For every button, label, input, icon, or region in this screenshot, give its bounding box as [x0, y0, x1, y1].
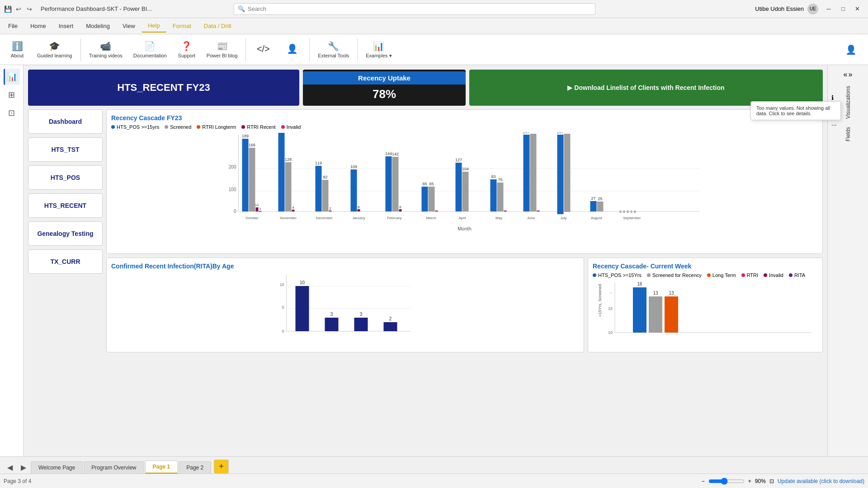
data-view-icon[interactable]: ⊞: [4, 87, 20, 103]
svg-text:202: 202: [530, 132, 537, 133]
legend-week-long: Long Term: [707, 272, 736, 278]
more-icon[interactable]: ···: [831, 121, 837, 128]
graduation-icon: 🎓: [49, 41, 60, 52]
legend-week-rtri: RTRI: [741, 272, 758, 278]
menu-insert[interactable]: Insert: [52, 20, 80, 32]
svg-text:4: 4: [292, 206, 294, 210]
expand-right-icon[interactable]: »: [849, 70, 853, 79]
svg-text:0: 0: [619, 210, 622, 214]
tab-page-2[interactable]: Page 2: [179, 461, 211, 474]
ribbon-code[interactable]: </>: [250, 42, 277, 57]
ribbon-examples[interactable]: 📊 Examples ▾: [361, 39, 396, 61]
ribbon-user[interactable]: 👤: [278, 42, 306, 57]
recency-current-week-panel: Recency Cascade- Current Week HTS_POS >=…: [588, 258, 823, 352]
menu-file[interactable]: File: [2, 20, 24, 32]
svg-rect-44: [429, 187, 435, 211]
ribbon-sep-2: [245, 38, 246, 61]
svg-text:September: September: [623, 216, 641, 220]
menu-help[interactable]: Help: [142, 19, 166, 33]
ribbon-training[interactable]: 📹 Training videos: [85, 39, 127, 60]
ribbon-user-account[interactable]: 👤: [837, 42, 864, 57]
content-area: HTS_RECENT FY23 Recency Uptake 78% ▶ Dow…: [24, 65, 827, 456]
hts-recent-title: HTS_RECENT FY23: [117, 82, 210, 94]
tab-page-1[interactable]: Page 1: [145, 460, 178, 474]
svg-text:October: October: [245, 216, 259, 220]
download-button[interactable]: ▶ Download Linelist of Clients with Rece…: [469, 70, 823, 106]
svg-text:142: 142: [392, 152, 399, 156]
report-view-icon[interactable]: 📊: [4, 69, 20, 85]
menu-data-drill[interactable]: Data / Drill: [198, 20, 238, 32]
svg-text:189: 189: [242, 134, 249, 138]
page-next-button[interactable]: ▶: [17, 461, 30, 474]
svg-rect-94: [384, 322, 397, 331]
update-notice[interactable]: Update available (click to download): [778, 478, 864, 484]
redo-icon[interactable]: ↪: [25, 5, 33, 13]
svg-rect-105: [665, 296, 678, 333]
zoom-slider[interactable]: [708, 478, 745, 485]
ribbon-about[interactable]: ℹ️ About: [4, 39, 31, 60]
svg-rect-30: [351, 169, 357, 211]
nav-dashboard[interactable]: Dashboard: [28, 109, 103, 134]
fields-panel-label[interactable]: Fields: [844, 124, 852, 144]
svg-rect-92: [354, 318, 368, 331]
menu-modeling[interactable]: Modeling: [80, 20, 116, 32]
save-icon[interactable]: 💾: [4, 5, 12, 13]
collapse-left-icon[interactable]: «: [844, 70, 848, 79]
svg-rect-65: [557, 135, 564, 214]
left-panel: 📊 ⊞ ⊡: [0, 65, 24, 456]
svg-rect-32: [358, 209, 360, 211]
ribbon-blog[interactable]: 📰 Power BI blog: [202, 39, 242, 60]
undo-icon[interactable]: ↩: [14, 5, 23, 13]
ribbon-external-tools[interactable]: 🔧 External Tools: [313, 39, 354, 60]
svg-rect-57: [504, 211, 507, 211]
legend-week-invalid: Invalid: [764, 272, 783, 278]
menu-home[interactable]: Home: [24, 20, 52, 32]
close-button[interactable]: ✕: [851, 3, 864, 15]
ribbon-support[interactable]: ❓ Support: [173, 39, 200, 60]
menu-view[interactable]: View: [116, 20, 142, 32]
svg-text:127: 127: [455, 158, 462, 162]
svg-text:128: 128: [285, 157, 292, 162]
tab-welcome-page[interactable]: Welcome Page: [31, 461, 83, 474]
add-page-button[interactable]: +: [214, 460, 229, 474]
ribbon-guided-learning[interactable]: 🎓 Guided learning: [33, 39, 77, 60]
svg-rect-72: [597, 202, 604, 211]
model-view-icon[interactable]: ⊡: [4, 105, 20, 121]
svg-text:0: 0: [282, 329, 284, 333]
ribbon-docs[interactable]: 📄 Documentation: [129, 39, 171, 60]
maximize-button[interactable]: □: [836, 3, 850, 15]
svg-text:0: 0: [234, 209, 236, 214]
svg-text:13: 13: [669, 291, 674, 296]
minimize-button[interactable]: ─: [822, 3, 835, 15]
search-icon: 🔍: [238, 5, 245, 12]
ribbon-docs-label: Documentation: [133, 53, 167, 58]
header-cards-row: HTS_RECENT FY23 Recency Uptake 78% ▶ Dow…: [28, 70, 823, 106]
svg-text:3: 3: [330, 312, 333, 317]
menu-format[interactable]: Format: [166, 20, 198, 32]
svg-rect-23: [316, 166, 322, 211]
nav-hts-tst[interactable]: HTS_TST: [28, 137, 103, 162]
nav-tx-curr[interactable]: TX_CURR: [28, 249, 103, 274]
page-prev-button[interactable]: ◀: [4, 461, 16, 474]
title-bar-icons: 💾 ↩ ↪: [4, 5, 33, 13]
svg-text:10: 10: [279, 282, 284, 287]
legend-week-screened: Screened for Recency: [647, 272, 702, 278]
search-input[interactable]: [248, 5, 591, 12]
svg-rect-48: [456, 163, 462, 211]
nav-hts-pos[interactable]: HTS_POS: [28, 165, 103, 190]
tab-program-overview[interactable]: Program Overview: [84, 461, 144, 474]
viz-panel-label[interactable]: Visualizations: [844, 83, 852, 122]
svg-rect-18: [285, 162, 292, 211]
zoom-increase[interactable]: +: [748, 478, 751, 484]
nav-hts-recent[interactable]: HTS_RECENT: [28, 193, 103, 218]
nav-genealogy[interactable]: Genealogy Testing: [28, 221, 103, 246]
code-icon: </>: [257, 44, 270, 54]
zoom-decrease[interactable]: −: [702, 478, 705, 484]
svg-text:6: 6: [358, 205, 360, 209]
search-bar[interactable]: 🔍: [234, 3, 595, 15]
fit-page-icon[interactable]: ⊡: [769, 478, 774, 484]
svg-text:10: 10: [300, 280, 305, 285]
recency-cascade-panel: Recency Cascade FY23 HTS_POS >=15yrs Scr…: [106, 109, 823, 254]
filter-icon[interactable]: ℹ: [831, 94, 837, 101]
svg-text:119: 119: [315, 161, 322, 165]
